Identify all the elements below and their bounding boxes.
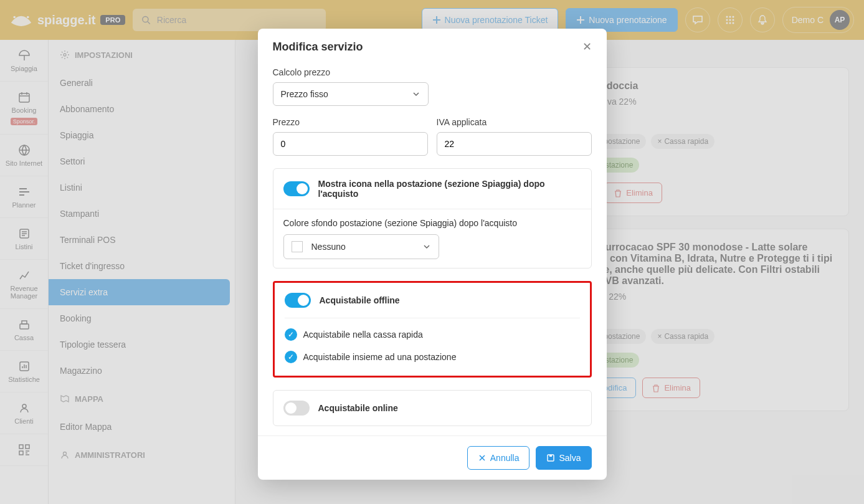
svg-rect-26 [549, 455, 552, 457]
label-iva: IVA applicata [437, 117, 592, 127]
select-calcolo-prezzo[interactable]: Prezzo fisso [273, 82, 429, 106]
chevron-down-icon [422, 242, 431, 251]
edit-service-modal: Modifica servizio ✕ Calcolo prezzo Prezz… [258, 29, 607, 480]
toggle-mostra-icona-label: Mostra icona nella postazione (sezione S… [318, 179, 581, 199]
modal-title: Modifica servizio [273, 40, 363, 54]
checkbox-postazione-label: Acquistabile insieme ad una postazione [303, 352, 457, 362]
label-prezzo: Prezzo [273, 117, 428, 127]
close-icon [478, 454, 487, 462]
toggle-offline-label: Acquistabile offline [320, 295, 400, 305]
offline-highlight-box: Acquistabile offline ✓ Acquistabile nell… [273, 281, 592, 378]
toggle-acquistabile-online[interactable] [283, 401, 310, 416]
checkbox-postazione[interactable]: ✓ [285, 351, 297, 363]
toggle-acquistabile-offline[interactable] [285, 293, 311, 308]
save-icon [546, 454, 555, 462]
close-icon[interactable]: ✕ [582, 40, 592, 54]
color-swatch [292, 241, 303, 252]
label-calcolo-prezzo: Calcolo prezzo [273, 67, 592, 77]
input-prezzo[interactable] [273, 132, 428, 156]
modal-overlay: Modifica servizio ✕ Calcolo prezzo Prezz… [0, 0, 864, 504]
checkbox-cassa-rapida[interactable]: ✓ [285, 328, 297, 341]
checkbox-cassa-rapida-label: Acquistabile nella cassa rapida [303, 330, 423, 340]
cancel-button[interactable]: Annulla [467, 446, 530, 470]
save-button[interactable]: Salva [536, 446, 591, 470]
select-colore[interactable]: Nessuno [283, 234, 439, 259]
input-iva[interactable] [437, 132, 592, 156]
toggle-online-label: Acquistabile online [318, 403, 398, 413]
label-colore: Colore sfondo postazione (sezione Spiagg… [283, 218, 581, 228]
toggle-mostra-icona[interactable] [283, 181, 310, 196]
chevron-down-icon [412, 90, 420, 98]
